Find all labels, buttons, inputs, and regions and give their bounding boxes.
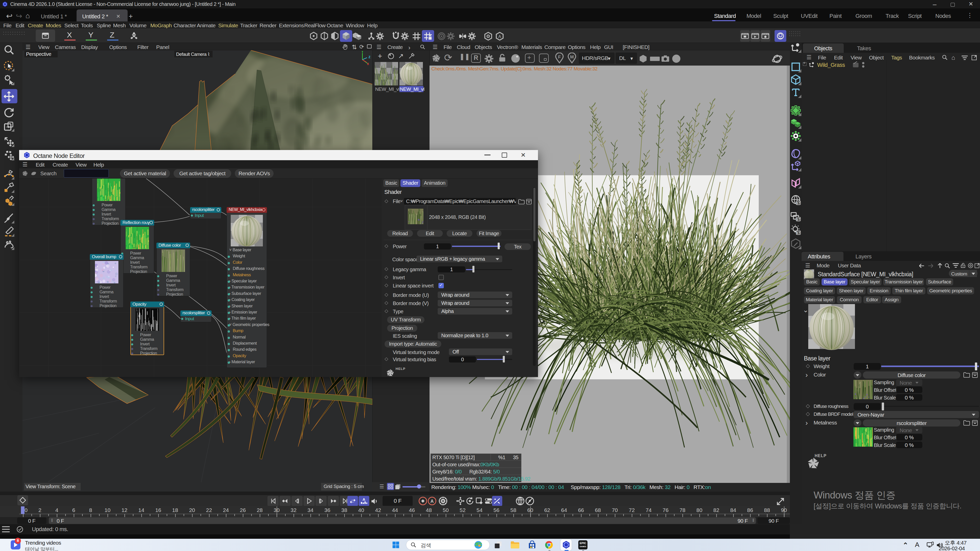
svg-text:36: 36 xyxy=(325,507,330,513)
svg-text:50: 50 xyxy=(443,507,449,513)
svg-text:ST: ST xyxy=(796,201,800,205)
svg-text:12: 12 xyxy=(121,507,127,513)
svg-text:ST: ST xyxy=(796,231,800,235)
svg-text:54: 54 xyxy=(476,507,483,513)
svg-text:44: 44 xyxy=(392,507,398,513)
svg-text:Y: Y xyxy=(361,51,363,54)
svg-text:26: 26 xyxy=(240,507,246,513)
svg-text:18: 18 xyxy=(172,507,178,513)
svg-text:40: 40 xyxy=(358,507,364,513)
svg-text:Z: Z xyxy=(369,56,370,59)
svg-text:34: 34 xyxy=(307,507,313,513)
svg-text:ST: ST xyxy=(796,218,800,221)
svg-text:68: 68 xyxy=(595,507,601,513)
svg-text:66: 66 xyxy=(578,507,584,513)
svg-text:46: 46 xyxy=(409,507,415,513)
svg-text:16: 16 xyxy=(155,507,161,513)
svg-text:56: 56 xyxy=(493,507,500,513)
svg-text:8: 8 xyxy=(89,507,92,513)
svg-text:0: 0 xyxy=(24,507,27,513)
svg-text:X: X xyxy=(367,62,369,66)
svg-text:A: A xyxy=(498,34,501,39)
svg-text:42: 42 xyxy=(375,507,381,513)
svg-text:6: 6 xyxy=(72,507,75,513)
svg-text:2: 2 xyxy=(38,507,41,513)
svg-text:38: 38 xyxy=(341,507,347,513)
svg-text:14: 14 xyxy=(138,507,145,513)
svg-text:90: 90 xyxy=(781,507,787,513)
svg-text:76: 76 xyxy=(662,507,668,513)
svg-text:78: 78 xyxy=(679,507,685,513)
svg-text:F: F xyxy=(558,54,561,59)
svg-text:64: 64 xyxy=(561,507,567,513)
svg-text:60: 60 xyxy=(527,507,533,513)
svg-text:4: 4 xyxy=(56,507,59,513)
svg-text:58: 58 xyxy=(511,507,516,513)
svg-text:10: 10 xyxy=(105,507,110,513)
svg-text:84: 84 xyxy=(730,507,736,513)
svg-text:32: 32 xyxy=(291,507,297,513)
svg-text:74: 74 xyxy=(646,507,652,513)
svg-text:86: 86 xyxy=(747,507,753,513)
svg-text:62: 62 xyxy=(544,507,550,513)
svg-text:24: 24 xyxy=(223,507,229,513)
svg-text:30: 30 xyxy=(274,507,280,513)
svg-text:A: A xyxy=(431,499,434,504)
svg-text:20: 20 xyxy=(189,507,195,513)
svg-text:A: A xyxy=(363,497,366,502)
svg-text:70: 70 xyxy=(612,507,617,513)
svg-text:22: 22 xyxy=(206,507,212,513)
svg-text:48: 48 xyxy=(426,507,432,513)
svg-text:52: 52 xyxy=(460,507,466,513)
svg-text:82: 82 xyxy=(713,507,719,513)
svg-text:M: M xyxy=(570,54,574,59)
svg-text:28: 28 xyxy=(257,507,262,513)
svg-text:80: 80 xyxy=(697,507,702,513)
svg-text:88: 88 xyxy=(764,507,770,513)
svg-text:72: 72 xyxy=(629,507,635,513)
